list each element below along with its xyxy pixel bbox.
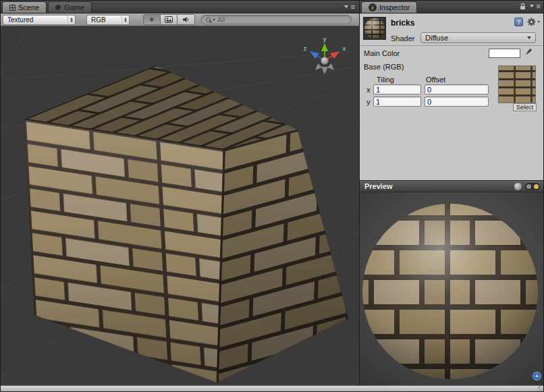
shader-label: Shader [391, 34, 414, 43]
draw-mode-dropdown[interactable]: Textured [3, 15, 76, 25]
material-name: bricks [391, 18, 414, 28]
tab-scene[interactable]: Scene [2, 1, 47, 13]
chevron-down-icon [527, 36, 531, 39]
inspector-pane-menu-button[interactable]: ≡ [518, 2, 544, 13]
context-menu-button[interactable] [527, 18, 540, 26]
tab-game-label: Game [64, 3, 84, 11]
tab-inspector[interactable]: i Inspector [361, 1, 417, 13]
info-icon: i [369, 3, 377, 11]
unity-editor-window: Scene Game ≡ Textured RGB ☀ [0, 0, 544, 392]
offset-y-input[interactable] [425, 96, 489, 107]
material-properties: Main Color Base (RGB) Select Tiling Offs… [360, 46, 544, 180]
row-x-label: x [366, 86, 371, 94]
tiling-x-input[interactable] [373, 84, 421, 94]
speaker-icon [182, 16, 190, 23]
scene-viewport[interactable]: y x z [1, 27, 359, 385]
chevron-down-icon [537, 21, 540, 23]
lock-icon[interactable] [518, 2, 527, 10]
tab-scene-label: Scene [18, 3, 39, 11]
select-texture-button[interactable]: Select [513, 103, 537, 111]
row-y-label: y [366, 98, 371, 106]
offset-header: Offset [426, 76, 445, 84]
preview-sphere-canvas [360, 192, 544, 385]
inspector-tabbar: i Inspector ≡ [360, 1, 544, 13]
help-icon[interactable]: ? [514, 18, 523, 26]
shader-dropdown[interactable]: Diffuse [420, 32, 536, 43]
gizmo-y-cone[interactable] [321, 43, 328, 51]
main-color-label: Main Color [364, 49, 400, 57]
audio-toggle-button[interactable] [178, 15, 194, 24]
orientation-gizmo[interactable]: y x z [299, 35, 350, 78]
chevron-down-icon [344, 5, 348, 8]
preview-sphere-icon[interactable] [514, 183, 522, 190]
scene-grid-icon [9, 5, 16, 11]
gizmo-z-label: z [304, 45, 307, 52]
lighting-toggle-button[interactable]: ☀ [144, 15, 161, 24]
hamburger-menu-icon: ≡ [537, 3, 541, 9]
inspector-pane: i Inspector ≡ bricks Shader Diffuse ? [359, 1, 544, 385]
gizmo-z-cone[interactable] [310, 51, 319, 59]
scene-toolbar: Textured RGB ☀ [1, 13, 359, 26]
scene-search-field [200, 15, 352, 24]
search-filter-chevron-icon[interactable] [213, 19, 215, 21]
hamburger-menu-icon: ≡ [351, 3, 355, 10]
preview-dot-dim-icon [526, 184, 531, 189]
preview-dot-yellow-icon [534, 184, 539, 189]
game-icon [55, 5, 61, 11]
base-texture-thumbnail[interactable] [498, 65, 536, 103]
tab-inspector-label: Inspector [379, 3, 410, 11]
status-bar [1, 385, 544, 392]
resize-grip[interactable] [538, 386, 544, 392]
preview-lighting-toggle[interactable] [525, 183, 540, 190]
preview-header[interactable]: Preview [360, 180, 544, 192]
image-icon [165, 16, 173, 23]
viewport-toggle-group: ☀ [143, 14, 195, 25]
scene-pane: Scene Game ≡ Textured RGB ☀ [1, 1, 359, 385]
offset-x-input[interactable] [425, 84, 489, 94]
scene-tabbar: Scene Game ≡ [1, 1, 359, 13]
base-map-label: Base (RGB) [364, 63, 404, 71]
gizmo-negative-axes[interactable] [315, 63, 334, 74]
gizmo-x-label: x [343, 45, 346, 52]
scene-pane-menu-button[interactable]: ≡ [344, 3, 359, 13]
scene-canvas [1, 27, 359, 385]
tab-game[interactable]: Game [48, 1, 92, 13]
material-thumbnail[interactable] [363, 17, 386, 40]
main-color-swatch[interactable] [489, 49, 520, 58]
gear-icon [527, 18, 536, 26]
search-input[interactable] [217, 16, 346, 24]
preview-title: Preview [364, 182, 393, 190]
add-button[interactable]: + [533, 372, 541, 381]
stepper-arrows-icon [121, 16, 129, 24]
material-header: bricks Shader Diffuse ? [360, 13, 544, 46]
material-preview-area[interactable]: + [360, 192, 544, 385]
search-icon [206, 18, 211, 22]
chevron-down-icon [530, 5, 534, 7]
tiling-y-input[interactable] [373, 96, 421, 107]
stepper-arrows-icon [67, 16, 75, 24]
preview-sphere-shading [362, 204, 538, 379]
color-channel-dropdown[interactable]: RGB [86, 15, 130, 25]
material-sphere-preview [364, 18, 385, 38]
skybox-toggle-button[interactable] [161, 15, 178, 24]
draw-mode-value: Textured [7, 16, 33, 24]
shader-value: Diffuse [425, 34, 448, 42]
sun-icon: ☀ [148, 16, 155, 24]
gizmo-y-label: y [323, 36, 327, 43]
color-channel-value: RGB [91, 16, 106, 24]
tiling-header: Tiling [377, 76, 394, 84]
gizmo-center-ball[interactable] [321, 57, 329, 65]
brick-cube[interactable] [1, 27, 359, 385]
gizmo-x-cone[interactable] [330, 51, 339, 59]
eyedropper-icon[interactable] [524, 47, 533, 58]
